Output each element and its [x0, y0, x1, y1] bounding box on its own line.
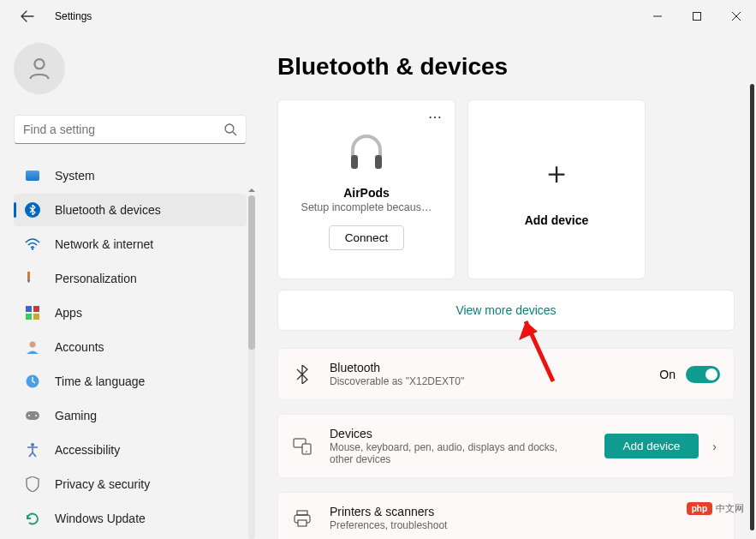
- add-device-tile[interactable]: ＋ Add device: [467, 99, 646, 279]
- nav-label: Apps: [55, 306, 82, 320]
- device-tile-airpods: ⋯ AirPods Setup incomplete becaus… Conne…: [277, 99, 455, 279]
- nav-label: Network & internet: [55, 237, 153, 251]
- nav-time-language[interactable]: Time & language: [14, 365, 247, 398]
- svg-rect-9: [26, 314, 32, 320]
- device-subtitle: Setup incomplete becaus…: [301, 201, 432, 213]
- nav-apps[interactable]: Apps: [14, 296, 247, 329]
- bluetooth-state-label: On: [659, 368, 676, 381]
- nav-accessibility[interactable]: Accessibility: [14, 434, 247, 466]
- nav-label: Bluetooth & devices: [55, 203, 161, 217]
- svg-point-11: [30, 342, 36, 348]
- close-icon: [732, 12, 741, 21]
- minimize-icon: [653, 12, 662, 21]
- nav-system[interactable]: System: [14, 159, 247, 192]
- back-arrow-icon: [21, 9, 34, 23]
- svg-point-5: [32, 248, 33, 249]
- devices-row-icon: [292, 438, 313, 455]
- nav-bluetooth-devices[interactable]: Bluetooth & devices: [14, 194, 247, 226]
- avatar[interactable]: [14, 43, 65, 94]
- nav-label: Privacy & security: [55, 477, 150, 491]
- svg-rect-6: [27, 272, 30, 280]
- bluetooth-toggle[interactable]: [686, 366, 720, 383]
- svg-rect-8: [33, 306, 39, 312]
- devices-row-subtitle: Mouse, keyboard, pen, audio, displays an…: [330, 441, 569, 465]
- devices-row[interactable]: Devices Mouse, keyboard, pen, audio, dis…: [277, 414, 735, 478]
- view-more-devices-link[interactable]: View more devices: [277, 290, 735, 331]
- printers-row[interactable]: Printers & scanners Preferences, trouble…: [277, 492, 735, 539]
- nav-label: Time & language: [55, 374, 145, 388]
- shield-icon: [24, 476, 41, 493]
- sidebar-scrollbar-thumb[interactable]: [248, 195, 255, 350]
- svg-point-15: [35, 415, 37, 416]
- user-icon: [26, 55, 53, 82]
- view-more-label: View more devices: [455, 303, 556, 317]
- svg-rect-1: [693, 13, 701, 21]
- svg-point-2: [34, 59, 44, 69]
- nav-personalization[interactable]: Personalization: [14, 262, 247, 295]
- nav-label: Gaming: [55, 409, 97, 422]
- accounts-icon: [24, 338, 41, 356]
- printer-icon: [292, 510, 313, 527]
- nav-windows-update[interactable]: Windows Update: [14, 502, 247, 535]
- add-device-label: Add device: [525, 213, 589, 227]
- watermark: php 中文网: [687, 502, 744, 515]
- nav-privacy[interactable]: Privacy & security: [14, 468, 247, 500]
- bluetooth-row-icon: [292, 365, 313, 384]
- nav: System Bluetooth & devices Network & int…: [14, 159, 247, 535]
- svg-line-4: [233, 132, 236, 135]
- device-more-button[interactable]: ⋯: [425, 107, 446, 127]
- update-icon: [24, 510, 41, 527]
- nav-accounts[interactable]: Accounts: [14, 331, 247, 363]
- svg-point-3: [225, 124, 234, 133]
- svg-rect-18: [375, 155, 382, 169]
- nav-label: System: [55, 169, 95, 183]
- search-input[interactable]: [23, 123, 223, 136]
- apps-icon: [24, 304, 41, 321]
- svg-point-16: [31, 443, 34, 446]
- watermark-badge: php: [687, 502, 712, 515]
- maximize-icon: [693, 12, 701, 21]
- back-button[interactable]: [14, 3, 41, 30]
- plus-icon: ＋: [541, 153, 572, 195]
- sidebar-scrollbar[interactable]: [248, 195, 255, 539]
- search-box[interactable]: [14, 115, 247, 144]
- device-name: AirPods: [343, 186, 390, 200]
- watermark-text: 中文网: [716, 502, 744, 515]
- printers-row-title: Printers & scanners: [330, 505, 720, 518]
- printers-row-subtitle: Preferences, troubleshoot: [330, 519, 720, 531]
- svg-rect-20: [302, 444, 311, 454]
- main-content: Bluetooth & devices ⋯ AirPods Setup inco…: [257, 33, 756, 539]
- gaming-icon: [24, 407, 41, 424]
- sidebar: System Bluetooth & devices Network & int…: [0, 33, 257, 539]
- titlebar: Settings: [0, 0, 756, 33]
- svg-point-21: [306, 451, 307, 452]
- svg-rect-13: [26, 411, 39, 420]
- page-title: Bluetooth & devices: [277, 53, 739, 81]
- system-icon: [24, 167, 41, 184]
- svg-rect-10: [33, 314, 39, 320]
- svg-rect-24: [298, 520, 307, 526]
- close-button[interactable]: [717, 3, 756, 30]
- add-device-button[interactable]: Add device: [604, 434, 699, 458]
- maximize-button[interactable]: [677, 3, 717, 30]
- bluetooth-row-subtitle: Discoverable as "X12DEXT0": [330, 375, 659, 387]
- svg-point-14: [28, 415, 30, 416]
- svg-rect-7: [26, 306, 32, 312]
- search-icon: [223, 123, 237, 136]
- minimize-button[interactable]: [638, 3, 677, 30]
- devices-row-title: Devices: [330, 427, 604, 440]
- bluetooth-row-title: Bluetooth: [330, 361, 659, 374]
- bluetooth-toggle-row: Bluetooth Discoverable as "X12DEXT0" On: [277, 348, 735, 400]
- clock-icon: [24, 373, 41, 390]
- nav-gaming[interactable]: Gaming: [14, 399, 247, 432]
- wifi-icon: [24, 236, 41, 253]
- bluetooth-icon: [24, 201, 41, 219]
- main-scrollbar[interactable]: [750, 84, 754, 530]
- headphones-icon: [344, 129, 389, 174]
- connect-button[interactable]: Connect: [329, 225, 404, 250]
- svg-rect-17: [351, 155, 358, 169]
- window-title: Settings: [55, 10, 92, 22]
- nav-network[interactable]: Network & internet: [14, 228, 247, 261]
- accessibility-icon: [24, 441, 41, 458]
- svg-rect-22: [297, 511, 307, 515]
